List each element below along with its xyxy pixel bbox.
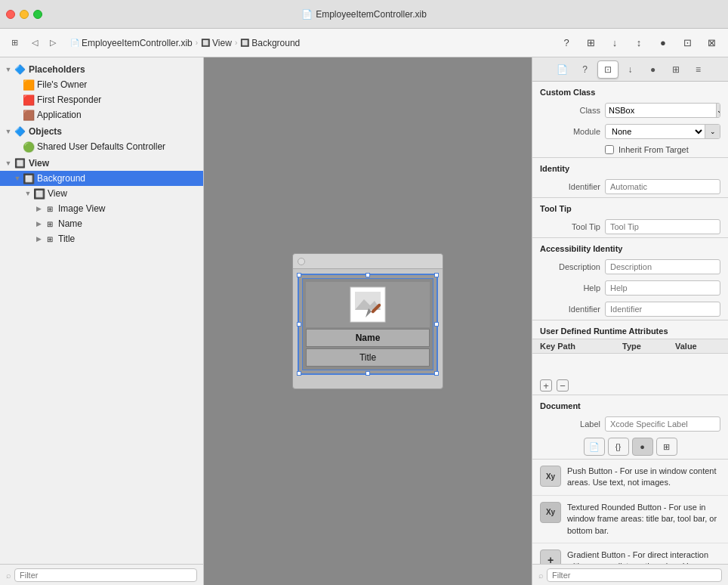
- gradient-button-icon: +: [540, 549, 561, 564]
- help-input[interactable]: [605, 280, 720, 296]
- placeholders-label: Placeholders: [29, 64, 85, 75]
- name-label: Name: [58, 218, 82, 229]
- tree-item-image-view[interactable]: ▶ ⊞ Image View: [0, 201, 203, 216]
- bg-icon: 🔲: [240, 39, 249, 47]
- tooltip-section: Tool Tip Tool Tip: [532, 198, 728, 238]
- runtime-add-row: + −: [532, 376, 728, 395]
- breadcrumb-sep-1: ›: [196, 39, 198, 47]
- module-label: Module: [540, 127, 600, 136]
- custom-class-section: Custom Class Class ⌄ Module None ⌄: [532, 82, 728, 158]
- filter-input[interactable]: [14, 568, 197, 582]
- right-filter-input[interactable]: [547, 568, 722, 582]
- tooltip-input[interactable]: [605, 219, 720, 234]
- outline-tree: ▼ 🔷 Placeholders 🟧 File's Owner 🟥 First …: [0, 57, 203, 564]
- tab-size-inspector[interactable]: ⊞: [665, 60, 686, 79]
- background-box[interactable]: Name Title: [298, 274, 438, 375]
- push-button-item[interactable]: Xy Push Button - For use in window conte…: [532, 460, 728, 496]
- close-button[interactable]: [6, 10, 15, 19]
- title-toggle[interactable]: ▶: [33, 234, 44, 244]
- placeholders-toggle[interactable]: ▼: [3, 64, 14, 75]
- class-row: Class ⌄: [532, 100, 728, 121]
- gradient-button-item[interactable]: + Gradient Button - For direct interacti…: [532, 543, 728, 564]
- objects-toggle[interactable]: ▼: [3, 126, 14, 137]
- acc-identifier-input[interactable]: [605, 302, 720, 317]
- doc-tab-grid[interactable]: ⊞: [656, 438, 677, 456]
- breadcrumb-background[interactable]: 🔲 Background: [240, 38, 300, 48]
- class-input[interactable]: [606, 104, 716, 117]
- window-titlebar: [293, 254, 443, 269]
- identifier-input[interactable]: [605, 179, 720, 194]
- inspector-button[interactable]: ⊞: [580, 34, 601, 52]
- canvas-area: Name Title: [204, 57, 532, 585]
- view-icon: 🔲: [201, 39, 210, 47]
- doc-tab-code[interactable]: {}: [608, 438, 629, 456]
- accessibility-title: Accessibility Identity: [532, 238, 728, 256]
- canvas-name-label: Name: [306, 329, 430, 347]
- tab-file-inspector[interactable]: 📄: [552, 60, 573, 79]
- doc-tab-file[interactable]: 📄: [584, 438, 605, 456]
- runtime-section: User Defined Runtime Attributes Key Path…: [532, 320, 728, 395]
- right-filter-icon: ⌕: [538, 571, 544, 580]
- textured-button-item[interactable]: Xy Textured Rounded Button - For use in …: [532, 496, 728, 543]
- library-button[interactable]: ↓: [604, 34, 625, 52]
- help-button[interactable]: ?: [556, 34, 577, 52]
- canvas-bg-wrapper: Name Title: [293, 269, 443, 379]
- tree-item-title[interactable]: ▶ ⊞ Title: [0, 231, 203, 246]
- doc-tab-circle[interactable]: ●: [632, 438, 653, 456]
- description-input[interactable]: [605, 259, 720, 274]
- doc-label-row: Label: [532, 413, 728, 435]
- class-select-arrow[interactable]: ⌄: [716, 103, 720, 118]
- shared-defaults-label: Shared User Defaults Controller: [37, 141, 165, 152]
- forward-button[interactable]: ▷: [45, 36, 61, 50]
- tab-attributes-inspector[interactable]: ↓: [620, 60, 641, 79]
- doc-label-input[interactable]: [605, 416, 720, 432]
- tree-item-view[interactable]: ▼ 🔲 View: [0, 186, 203, 201]
- tree-item-name[interactable]: ▶ ⊞ Name: [0, 216, 203, 231]
- document-section: Document Label 📄 {} ● ⊞: [532, 395, 728, 460]
- runtime-table-body: [532, 354, 728, 376]
- tab-help-inspector[interactable]: ?: [575, 60, 596, 79]
- name-toggle[interactable]: ▶: [33, 218, 44, 229]
- tree-item-application[interactable]: 🟫 Application: [0, 107, 203, 122]
- custom-class-title: Custom Class: [532, 82, 728, 100]
- version-button[interactable]: ⊠: [701, 34, 722, 52]
- tree-item-files-owner[interactable]: 🟧 File's Owner: [0, 77, 203, 92]
- handle-bl: [297, 371, 301, 376]
- tooltip-label: Tool Tip: [540, 222, 600, 231]
- assistant-button[interactable]: ⊡: [677, 34, 698, 52]
- object-palette: Xy Push Button - For use in window conte…: [532, 460, 728, 564]
- back-button[interactable]: ◁: [26, 36, 43, 50]
- tree-item-first-responder[interactable]: 🟥 First Responder: [0, 92, 203, 107]
- runtime-add-button[interactable]: +: [540, 379, 552, 392]
- view-child-toggle[interactable]: ▼: [23, 188, 33, 199]
- section-objects: ▼ 🔷 Objects: [0, 122, 203, 139]
- breadcrumb-xib[interactable]: 📄 EmployeeItemController.xib: [70, 38, 193, 48]
- class-label: Class: [540, 106, 600, 115]
- breadcrumb-view[interactable]: 🔲 View: [201, 38, 232, 48]
- tree-item-shared-defaults[interactable]: 🟢 Shared User Defaults Controller: [0, 139, 203, 154]
- grid-view-button[interactable]: ⊞: [6, 36, 23, 50]
- connection-button[interactable]: ●: [652, 34, 674, 52]
- handle-bm: [366, 371, 370, 376]
- shared-defaults-toggle: [12, 141, 23, 152]
- minimize-button[interactable]: [20, 10, 29, 19]
- image-view-label: Image View: [58, 203, 105, 214]
- maximize-button[interactable]: [33, 10, 42, 19]
- nav-buttons: ◁ ▷: [26, 36, 61, 50]
- inherit-checkbox[interactable]: [605, 145, 614, 154]
- tree-item-background[interactable]: ▼ 🔲 Background: [0, 171, 203, 186]
- size-button[interactable]: ↕: [628, 34, 649, 52]
- view-section-label: View: [29, 158, 49, 169]
- tab-connections-inspector[interactable]: ●: [643, 60, 664, 79]
- module-select[interactable]: None: [606, 125, 705, 138]
- tab-identity-inspector[interactable]: ⊡: [597, 60, 618, 79]
- tab-effects-inspector[interactable]: ≡: [688, 60, 709, 79]
- right-filter-bar: ⌕: [532, 564, 728, 585]
- image-view-toggle[interactable]: ▶: [33, 203, 44, 214]
- view-toggle[interactable]: ▼: [3, 158, 14, 169]
- runtime-remove-button[interactable]: −: [557, 379, 569, 392]
- files-owner-icon: 🟧: [23, 79, 35, 91]
- section-view: ▼ 🔲 View: [0, 154, 203, 171]
- help-label: Help: [540, 283, 600, 292]
- background-toggle[interactable]: ▼: [12, 173, 23, 184]
